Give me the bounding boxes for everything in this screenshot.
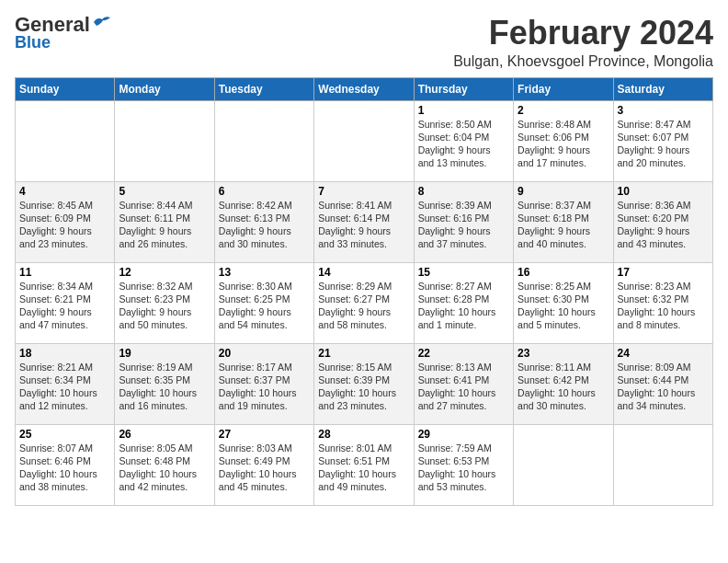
calendar-cell: 19Sunrise: 8:19 AM Sunset: 6:35 PM Dayli… (115, 343, 214, 424)
col-header-tuesday: Tuesday (214, 77, 313, 100)
calendar-cell: 22Sunrise: 8:13 AM Sunset: 6:41 PM Dayli… (414, 343, 513, 424)
cell-content: Sunrise: 8:25 AM Sunset: 6:30 PM Dayligh… (518, 280, 609, 332)
day-number: 17 (618, 266, 709, 279)
day-number: 6 (219, 185, 310, 198)
cell-content: Sunrise: 8:41 AM Sunset: 6:14 PM Dayligh… (318, 199, 409, 251)
col-header-monday: Monday (115, 77, 214, 100)
calendar-cell: 3Sunrise: 8:47 AM Sunset: 6:07 PM Daylig… (613, 100, 712, 181)
day-number: 16 (518, 266, 609, 279)
cell-content: Sunrise: 8:03 AM Sunset: 6:49 PM Dayligh… (219, 442, 310, 494)
calendar-cell (514, 424, 613, 505)
day-number: 3 (618, 104, 709, 117)
cell-content: Sunrise: 8:27 AM Sunset: 6:28 PM Dayligh… (418, 280, 509, 332)
main-title: February 2024 (453, 15, 713, 52)
day-number: 22 (418, 347, 509, 360)
day-number: 29 (418, 428, 509, 441)
cell-content: Sunrise: 8:32 AM Sunset: 6:23 PM Dayligh… (119, 280, 210, 332)
logo-bird-icon (92, 15, 112, 31)
day-number: 2 (518, 104, 609, 117)
day-number: 12 (119, 266, 210, 279)
col-header-sunday: Sunday (16, 77, 115, 100)
week-row-4: 18Sunrise: 8:21 AM Sunset: 6:34 PM Dayli… (16, 343, 713, 424)
col-header-thursday: Thursday (414, 77, 513, 100)
cell-content: Sunrise: 8:07 AM Sunset: 6:46 PM Dayligh… (19, 442, 110, 494)
day-number: 7 (318, 185, 409, 198)
week-row-3: 11Sunrise: 8:34 AM Sunset: 6:21 PM Dayli… (16, 262, 713, 343)
page-header: General Blue February 2024 Bulgan, Khoev… (15, 15, 713, 70)
calendar-cell: 17Sunrise: 8:23 AM Sunset: 6:32 PM Dayli… (613, 262, 712, 343)
calendar-cell: 16Sunrise: 8:25 AM Sunset: 6:30 PM Dayli… (514, 262, 613, 343)
logo-general-text: General (15, 15, 90, 35)
cell-content: Sunrise: 8:37 AM Sunset: 6:18 PM Dayligh… (518, 199, 609, 251)
day-number: 11 (19, 266, 110, 279)
title-block: February 2024 Bulgan, Khoevsgoel Provinc… (453, 15, 713, 70)
cell-content: Sunrise: 8:44 AM Sunset: 6:11 PM Dayligh… (119, 199, 210, 251)
day-number: 26 (119, 428, 210, 441)
calendar-body: 1Sunrise: 8:50 AM Sunset: 6:04 PM Daylig… (16, 100, 713, 505)
calendar-cell: 23Sunrise: 8:11 AM Sunset: 6:42 PM Dayli… (514, 343, 613, 424)
day-number: 21 (318, 347, 409, 360)
calendar-cell: 1Sunrise: 8:50 AM Sunset: 6:04 PM Daylig… (414, 100, 513, 181)
calendar-cell: 24Sunrise: 8:09 AM Sunset: 6:44 PM Dayli… (613, 343, 712, 424)
day-number: 13 (219, 266, 310, 279)
calendar-cell: 20Sunrise: 8:17 AM Sunset: 6:37 PM Dayli… (214, 343, 313, 424)
day-number: 10 (618, 185, 709, 198)
calendar-cell: 27Sunrise: 8:03 AM Sunset: 6:49 PM Dayli… (214, 424, 313, 505)
logo-blue-text: Blue (15, 33, 51, 52)
calendar-cell (115, 100, 214, 181)
calendar-cell: 29Sunrise: 7:59 AM Sunset: 6:53 PM Dayli… (414, 424, 513, 505)
col-header-saturday: Saturday (613, 77, 712, 100)
calendar-cell: 2Sunrise: 8:48 AM Sunset: 6:06 PM Daylig… (514, 100, 613, 181)
calendar-cell: 14Sunrise: 8:29 AM Sunset: 6:27 PM Dayli… (314, 262, 414, 343)
week-row-1: 1Sunrise: 8:50 AM Sunset: 6:04 PM Daylig… (16, 100, 713, 181)
day-number: 4 (19, 185, 110, 198)
calendar-cell: 9Sunrise: 8:37 AM Sunset: 6:18 PM Daylig… (514, 181, 613, 262)
cell-content: Sunrise: 8:23 AM Sunset: 6:32 PM Dayligh… (618, 280, 709, 332)
calendar-cell (314, 100, 414, 181)
day-number: 15 (418, 266, 509, 279)
header-row: SundayMondayTuesdayWednesdayThursdayFrid… (16, 77, 713, 100)
day-number: 28 (318, 428, 409, 441)
cell-content: Sunrise: 8:29 AM Sunset: 6:27 PM Dayligh… (318, 280, 409, 332)
cell-content: Sunrise: 7:59 AM Sunset: 6:53 PM Dayligh… (418, 442, 509, 494)
calendar-cell: 8Sunrise: 8:39 AM Sunset: 6:16 PM Daylig… (414, 181, 513, 262)
cell-content: Sunrise: 8:36 AM Sunset: 6:20 PM Dayligh… (618, 199, 709, 251)
cell-content: Sunrise: 8:50 AM Sunset: 6:04 PM Dayligh… (418, 118, 509, 170)
day-number: 14 (318, 266, 409, 279)
cell-content: Sunrise: 8:48 AM Sunset: 6:06 PM Dayligh… (518, 118, 609, 170)
calendar-header: SundayMondayTuesdayWednesdayThursdayFrid… (16, 77, 713, 100)
day-number: 18 (19, 347, 110, 360)
col-header-friday: Friday (514, 77, 613, 100)
calendar-cell: 5Sunrise: 8:44 AM Sunset: 6:11 PM Daylig… (115, 181, 214, 262)
cell-content: Sunrise: 8:21 AM Sunset: 6:34 PM Dayligh… (19, 361, 110, 413)
sub-title: Bulgan, Khoevsgoel Province, Mongolia (453, 53, 713, 70)
calendar-cell: 4Sunrise: 8:45 AM Sunset: 6:09 PM Daylig… (16, 181, 115, 262)
day-number: 23 (518, 347, 609, 360)
week-row-2: 4Sunrise: 8:45 AM Sunset: 6:09 PM Daylig… (16, 181, 713, 262)
cell-content: Sunrise: 8:45 AM Sunset: 6:09 PM Dayligh… (19, 199, 110, 251)
calendar-cell: 7Sunrise: 8:41 AM Sunset: 6:14 PM Daylig… (314, 181, 414, 262)
calendar-cell (214, 100, 313, 181)
calendar-cell: 21Sunrise: 8:15 AM Sunset: 6:39 PM Dayli… (314, 343, 414, 424)
day-number: 24 (618, 347, 709, 360)
cell-content: Sunrise: 8:09 AM Sunset: 6:44 PM Dayligh… (618, 361, 709, 413)
cell-content: Sunrise: 8:34 AM Sunset: 6:21 PM Dayligh… (19, 280, 110, 332)
calendar-cell: 11Sunrise: 8:34 AM Sunset: 6:21 PM Dayli… (16, 262, 115, 343)
day-number: 8 (418, 185, 509, 198)
calendar-cell: 25Sunrise: 8:07 AM Sunset: 6:46 PM Dayli… (16, 424, 115, 505)
calendar-cell: 15Sunrise: 8:27 AM Sunset: 6:28 PM Dayli… (414, 262, 513, 343)
calendar-cell: 10Sunrise: 8:36 AM Sunset: 6:20 PM Dayli… (613, 181, 712, 262)
calendar-cell: 6Sunrise: 8:42 AM Sunset: 6:13 PM Daylig… (214, 181, 313, 262)
cell-content: Sunrise: 8:11 AM Sunset: 6:42 PM Dayligh… (518, 361, 609, 413)
cell-content: Sunrise: 8:01 AM Sunset: 6:51 PM Dayligh… (318, 442, 409, 494)
cell-content: Sunrise: 8:39 AM Sunset: 6:16 PM Dayligh… (418, 199, 509, 251)
logo: General Blue (15, 15, 112, 52)
calendar-cell: 28Sunrise: 8:01 AM Sunset: 6:51 PM Dayli… (314, 424, 414, 505)
calendar-cell (16, 100, 115, 181)
day-number: 27 (219, 428, 310, 441)
calendar-cell: 12Sunrise: 8:32 AM Sunset: 6:23 PM Dayli… (115, 262, 214, 343)
col-header-wednesday: Wednesday (314, 77, 414, 100)
cell-content: Sunrise: 8:17 AM Sunset: 6:37 PM Dayligh… (219, 361, 310, 413)
calendar-cell (613, 424, 712, 505)
cell-content: Sunrise: 8:13 AM Sunset: 6:41 PM Dayligh… (418, 361, 509, 413)
